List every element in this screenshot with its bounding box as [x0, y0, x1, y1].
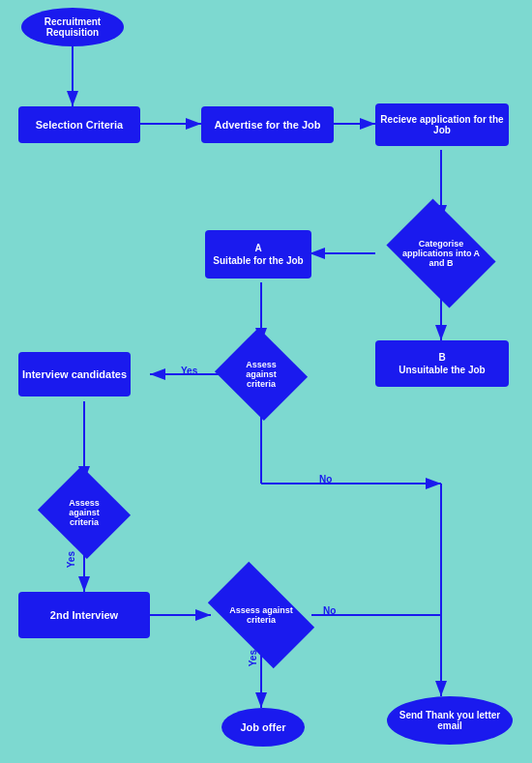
no2-label: No [323, 605, 336, 616]
yes1-label: Yes [181, 366, 197, 376]
categorise-label: Categorise applications into A and B [397, 220, 486, 286]
yes2-label: Yes [66, 551, 76, 568]
assess3-diamond: Assess against criteria [208, 562, 314, 668]
unsuitable-rect: BUnsuitable the Job [375, 340, 509, 387]
recruitment-requisition: Recruitment Requisition [21, 8, 124, 46]
assess1-diamond: Assess against criteria [215, 328, 308, 421]
suitable-label: ASuitable for the Job [213, 242, 303, 267]
job-offer: Job offer [222, 708, 305, 747]
categorise-diamond: Categorise applications into A and B [386, 198, 495, 308]
assess2-label: Assess against criteria [49, 482, 119, 543]
selection-criteria: Selection Criteria [18, 106, 140, 143]
flowchart: Recruitment Requisition Selection Criter… [0, 0, 532, 763]
receive-application: Recieve application for the Job [375, 103, 509, 146]
no1-label: No [319, 474, 332, 484]
unsuitable-label: BUnsuitable the Job [399, 351, 485, 376]
interview-rect: Interview candidates [18, 352, 131, 396]
suitable-rect: ASuitable for the Job [205, 230, 311, 279]
assess1-label: Assess against criteria [226, 343, 296, 405]
yes3-label: Yes [248, 650, 258, 666]
advertise-job: Advertise for the Job [201, 106, 334, 143]
assess2-diamond: Assess against criteria [38, 466, 131, 559]
second-interview-rect: 2nd Interview [18, 592, 150, 638]
assess3-label: Assess against criteria [215, 586, 308, 644]
thank-you: Send Thank you letter email [387, 696, 513, 745]
